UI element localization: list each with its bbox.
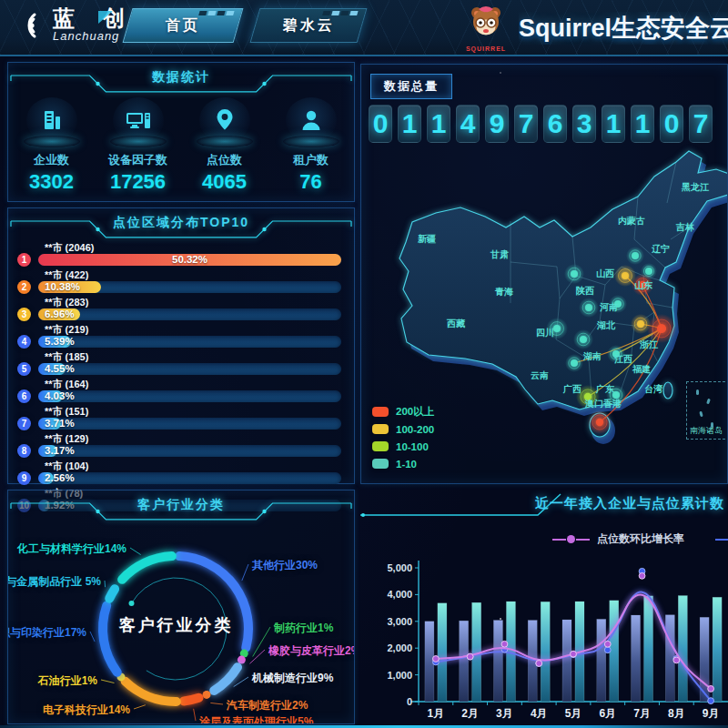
- province-label: 河南: [600, 302, 618, 312]
- bar-percent-label: 10.38%: [45, 281, 80, 293]
- legend-label: 1-10: [396, 459, 417, 470]
- lanchuang-logo: 蓝 创 Lanchuang: [13, 7, 136, 43]
- province-label: 云南: [531, 370, 549, 380]
- province-label: 青海: [494, 287, 513, 297]
- province-label: 西藏: [446, 318, 466, 329]
- province-label: 湖南: [582, 351, 602, 361]
- rank-badge: 5: [17, 362, 31, 376]
- taiwan-island[interactable]: [663, 382, 672, 399]
- province-label: 吉林: [675, 222, 695, 232]
- svg-text:2,000: 2,000: [387, 642, 412, 653]
- province-label: 新疆: [417, 234, 436, 244]
- map-legend: 200以上100-20010-1001-10: [372, 403, 434, 472]
- donut-segment-label[interactable]: 涂层及表面处理行业5%: [199, 714, 313, 724]
- svg-text:3,000: 3,000: [387, 616, 412, 627]
- top10-row-label: **市 (283): [45, 296, 341, 307]
- app-title: Squirrel生态安全云平台: [519, 12, 728, 45]
- stat-enterprises: 企业数 3302: [8, 97, 95, 194]
- building-icon: [38, 106, 66, 134]
- legend-label: 100-200: [396, 424, 434, 435]
- map-legend-item[interactable]: 100-200: [372, 420, 434, 438]
- map-legend-item[interactable]: 1-10: [372, 455, 434, 472]
- map-legend-item[interactable]: 200以上: [372, 403, 434, 420]
- month-tick-label: 8月: [668, 707, 685, 720]
- bar-percent-label: 50.32%: [172, 254, 207, 266]
- top10-row-label: **市 (185): [45, 350, 341, 361]
- top10-row: **市 (2046)150.32%: [17, 241, 341, 266]
- top10-row: **市 (185)54.55%: [17, 350, 341, 375]
- donut-segment-label[interactable]: 橡胶与皮革行业2%: [268, 643, 355, 659]
- squirrel-mascot: SQUIRREL: [462, 4, 510, 52]
- stat-label: 企业数: [34, 152, 69, 168]
- month-tick-label: 6月: [599, 707, 616, 720]
- bar-percent-label: 5.39%: [45, 336, 75, 348]
- tab-bishuiyun[interactable]: 碧水云: [250, 8, 368, 43]
- top10-row-label: **市 (129): [45, 432, 341, 443]
- top10-row: **市 (283)36.96%: [17, 296, 341, 320]
- sea-inset-label: 南海诸岛: [690, 425, 723, 437]
- month-tick-label: 5月: [565, 707, 582, 720]
- legend-swatch: [372, 424, 389, 434]
- month-tick-label: 9月: [703, 707, 720, 720]
- icon-pedestal: [283, 136, 339, 147]
- donut-segment-label[interactable]: 电子科技行业14%: [43, 703, 130, 718]
- stat-label: 租户数: [293, 152, 329, 168]
- svg-text:0: 0: [407, 696, 412, 707]
- top10-row-label: **市 (104): [45, 460, 341, 470]
- stat-label: 设备因子数: [108, 152, 167, 168]
- top10-row: **市 (422)210.38%: [17, 268, 341, 293]
- rank-badge: 7: [17, 417, 31, 430]
- month-tick-label: 4月: [531, 707, 548, 720]
- donut-segment-label[interactable]: 纺织与印染行业17%: [7, 625, 86, 641]
- donut-segment-label[interactable]: 化工与材料学行业14%: [17, 541, 126, 557]
- province-label: 江西: [613, 354, 632, 364]
- top10-bar-list: **市 (2046)150.32%**市 (422)210.38%**市 (28…: [17, 241, 341, 514]
- donut-segment-label[interactable]: 其他行业30%: [252, 558, 318, 573]
- province-label: 台湾: [644, 384, 663, 394]
- top10-row: **市 (129)83.17%: [17, 432, 341, 457]
- user-icon: [298, 106, 325, 134]
- legend-label: 200以上: [396, 405, 434, 419]
- province-label: 浙江: [639, 339, 659, 349]
- legend-label[interactable]: 点位数环比增长率: [597, 531, 684, 547]
- legend-swatch: [372, 407, 389, 417]
- legend-swatch: [372, 459, 389, 469]
- legend-swatch: [372, 441, 389, 451]
- donut-segment-label[interactable]: 钢铁与金属制品行业 5%: [7, 574, 101, 590]
- province-label: 山西: [596, 268, 614, 278]
- trend-panel-title: 近一年接入企业与点位累计数: [535, 495, 724, 512]
- month-tick-label: 2月: [461, 707, 479, 720]
- stat-label: 点位数: [207, 152, 242, 168]
- top10-row-label: **市 (2046): [45, 241, 341, 252]
- bar-track: 4.55%: [38, 363, 341, 375]
- china-mainland[interactable]: [399, 151, 728, 410]
- top10-panel-title: 点位区域分布TOP10: [8, 215, 354, 231]
- tab-home-label: 首页: [166, 16, 200, 35]
- province-label: 广东: [595, 384, 614, 394]
- rank-badge: 3: [17, 308, 31, 321]
- bar-percent-label: 2.56%: [45, 472, 75, 484]
- province-label: 辽宁: [652, 244, 670, 254]
- tab-home[interactable]: 首页: [123, 8, 244, 43]
- svg-text:5,000: 5,000: [387, 562, 412, 573]
- stat-value: 4065: [202, 170, 247, 194]
- stat-value: 3302: [29, 170, 74, 194]
- bar-track: 3.71%: [38, 418, 341, 430]
- donut-segment-label[interactable]: 机械制造行业9%: [252, 671, 333, 686]
- panel-data-statistics: 数据统计 企业数 3302 设备因子数 17256: [7, 62, 355, 202]
- donut-segment-label[interactable]: 石油行业1%: [38, 673, 97, 689]
- icon-pedestal: [197, 136, 253, 147]
- legend-dot[interactable]: [567, 535, 575, 543]
- panel-yearly-trend: 近一年接入企业与点位累计数 点位数环比增长率 01,0002,0003,0004…: [360, 490, 728, 724]
- donut-segment-label[interactable]: 制药行业1%: [274, 621, 333, 636]
- icon-pedestal: [24, 136, 80, 147]
- stats-panel-title: 数据统计: [8, 69, 354, 86]
- trend-legend: 点位数环比增长率: [552, 531, 728, 547]
- top-header: 蓝 创 Lanchuang 首页 碧水云 SQUIRREL Squirrel生态…: [0, 0, 728, 56]
- province-label: 陕西: [576, 286, 594, 296]
- donut-segment-label[interactable]: 汽车制造行业2%: [227, 698, 308, 713]
- month-tick-label: 1月: [428, 707, 445, 720]
- map-legend-item[interactable]: 10-100: [372, 438, 434, 455]
- rank-badge: 4: [17, 335, 31, 349]
- location-pin-icon: [211, 106, 238, 134]
